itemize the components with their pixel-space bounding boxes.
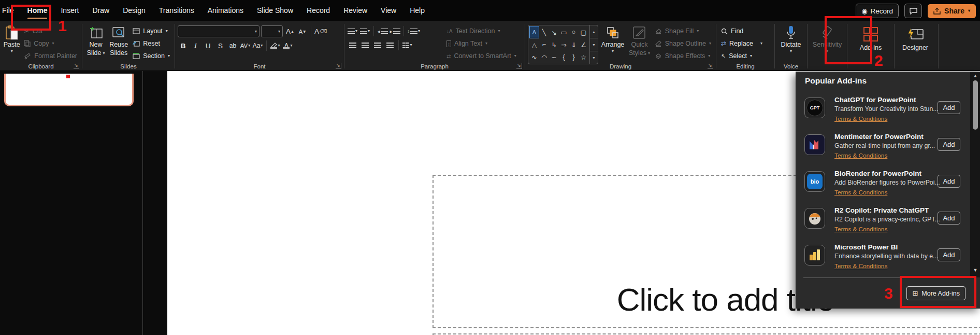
replace-button[interactable]: ⇄ Replace ▾ [719, 37, 765, 50]
text-direction-icon: ↓A [446, 29, 453, 34]
terms-and-conditions-link[interactable]: Terms & Conditions [834, 226, 887, 233]
shape-elbow-arrow-connector[interactable]: ↳ [549, 38, 559, 51]
find-icon [721, 28, 728, 35]
gallery-scroll-up-button[interactable]: ▲ [590, 25, 598, 38]
align-text-button[interactable]: ↕ Align Text ▾ [444, 37, 518, 50]
font-size-combobox[interactable]: ▾ [261, 25, 283, 37]
terms-and-conditions-link[interactable]: Terms & Conditions [834, 115, 887, 122]
tab-slide-show[interactable]: Slide Show [250, 0, 300, 21]
addins-panel-scrollbar[interactable]: ▲ ▼ [970, 72, 980, 277]
terms-and-conditions-link[interactable]: Terms & Conditions [834, 262, 887, 270]
slide-1-thumbnail[interactable] [4, 74, 134, 106]
shape-line[interactable]: ╲ [539, 26, 549, 38]
new-slide-button[interactable]: New Slide▾ [85, 23, 107, 57]
shape-arrow-right[interactable]: ⇒ [559, 38, 569, 51]
scrollbar-thumb[interactable] [973, 80, 978, 130]
section-button[interactable]: Section ▾ [131, 50, 172, 62]
shape-effects-label: Shape Effects [665, 52, 705, 60]
layout-label: Layout [143, 27, 163, 35]
change-case-button[interactable]: Aa▾ [252, 40, 263, 51]
shape-star[interactable]: ☆ [579, 51, 588, 63]
font-name-combobox[interactable]: ▾ [178, 25, 260, 37]
gallery-scroll-down-button[interactable]: ▼ [590, 38, 598, 51]
add-button[interactable]: Add [938, 248, 960, 261]
addin-row-mentimeter: Mentimeter for PowerPoint Gather real-ti… [803, 132, 960, 166]
reset-button[interactable]: Reset [131, 37, 172, 50]
add-button[interactable]: Add [938, 101, 960, 114]
select-button[interactable]: ↖ Select ▾ [719, 50, 765, 62]
shape-line-arrow[interactable]: ↘ [549, 26, 559, 38]
shape-text-box[interactable]: A [529, 26, 539, 38]
align-left-button[interactable] [347, 39, 358, 51]
add-button[interactable]: Add [938, 212, 960, 225]
columns-button[interactable]: ▾ [402, 39, 413, 51]
shape-arrow-down[interactable]: ⇓ [569, 38, 579, 51]
quick-styles-button[interactable]: Quick Styles▾ [627, 23, 652, 57]
shape-rectangle[interactable]: ▭ [559, 26, 569, 38]
increase-indent-button[interactable]: ▸ [390, 25, 400, 37]
convert-to-smartart-button[interactable]: ⇄ Convert to SmartArt ▾ [444, 50, 518, 62]
dictate-button[interactable]: Dictate ▾ [777, 23, 804, 53]
comments-button[interactable] [904, 4, 922, 18]
bullets-button[interactable]: ▾ [347, 25, 358, 37]
shape-arc[interactable]: ◠ [539, 51, 549, 63]
decrease-font-size-button[interactable]: A▾ [297, 26, 308, 37]
gallery-more-button[interactable]: ▼ [590, 51, 598, 64]
text-direction-button[interactable]: ↓A Text Direction ▾ [444, 25, 518, 37]
justify-button[interactable] [384, 39, 395, 51]
text-shadow-button[interactable]: S [215, 40, 226, 51]
share-button[interactable]: Share ▾ [928, 4, 976, 18]
shape-left-brace[interactable]: { [559, 51, 569, 63]
reuse-slides-button[interactable]: Reuse Slides [108, 23, 129, 57]
shape-oval[interactable]: ○ [569, 26, 579, 38]
shape-scribble[interactable]: ∿ [529, 51, 539, 63]
shape-right-brace[interactable]: } [569, 51, 579, 63]
tab-help[interactable]: Help [403, 0, 431, 21]
clipboard-dialog-launcher[interactable]: ↘ [74, 63, 79, 69]
shape-curve[interactable]: ∼ [549, 51, 559, 63]
font-color-button[interactable]: A ▾ [282, 40, 293, 51]
font-dialog-launcher[interactable]: ↘ [336, 63, 341, 69]
find-button[interactable]: Find [719, 25, 765, 37]
paragraph-dialog-launcher[interactable]: ↘ [516, 63, 522, 69]
layout-button[interactable]: Layout ▾ [131, 25, 172, 37]
text-highlight-color-button[interactable]: ▾ [270, 40, 281, 51]
tab-transitions[interactable]: Transitions [152, 0, 201, 21]
clear-formatting-button[interactable]: A⌫ [314, 26, 327, 37]
scroll-up-arrow-icon[interactable]: ▲ [970, 73, 980, 78]
strikethrough-button[interactable]: ab [227, 40, 238, 51]
tab-review[interactable]: Review [337, 0, 374, 21]
tab-view[interactable]: View [374, 0, 403, 21]
terms-and-conditions-link[interactable]: Terms & Conditions [834, 189, 887, 196]
add-button[interactable]: Add [938, 138, 960, 151]
shape-elbow-connector[interactable]: ⌐ [539, 38, 549, 51]
arrange-button[interactable]: Arrange ▾ [599, 23, 626, 53]
shape-fill-button[interactable]: Shape Fill ▾ [653, 25, 713, 37]
format-painter-button[interactable]: Format Painter [22, 50, 79, 62]
shape-triangle[interactable]: △ [529, 38, 539, 51]
italic-button[interactable]: I [190, 40, 201, 51]
tab-draw[interactable]: Draw [85, 0, 116, 21]
add-button[interactable]: Add [938, 175, 960, 188]
tab-design[interactable]: Design [116, 0, 152, 21]
scroll-down-arrow-icon[interactable]: ▼ [970, 268, 980, 273]
shape-rounded-rectangle[interactable]: ▢ [579, 26, 588, 38]
tab-animations[interactable]: Animations [201, 0, 250, 21]
designer-button[interactable]: Designer [897, 23, 933, 52]
increase-font-size-button[interactable]: A▴ [284, 26, 295, 37]
drawing-dialog-launcher[interactable]: ↘ [708, 63, 713, 69]
terms-and-conditions-link[interactable]: Terms & Conditions [834, 152, 887, 159]
align-center-button[interactable] [359, 39, 370, 51]
shape-freeform[interactable]: ∠ [579, 38, 588, 51]
decrease-indent-button[interactable]: ◂ [377, 25, 388, 37]
align-right-button[interactable] [372, 39, 383, 51]
numbering-button[interactable]: ▾ [359, 25, 370, 37]
character-spacing-button[interactable]: AV▾ [240, 40, 251, 51]
line-spacing-button[interactable]: ↕▾ [407, 25, 420, 37]
shape-outline-button[interactable]: Shape Outline ▾ [653, 37, 713, 50]
shape-effects-button[interactable]: Shape Effects ▾ [653, 50, 713, 62]
bold-button[interactable]: B [178, 40, 189, 51]
copy-button[interactable]: Copy ▾ [22, 37, 79, 50]
underline-button[interactable]: U [203, 40, 213, 51]
tab-record[interactable]: Record [300, 0, 337, 21]
